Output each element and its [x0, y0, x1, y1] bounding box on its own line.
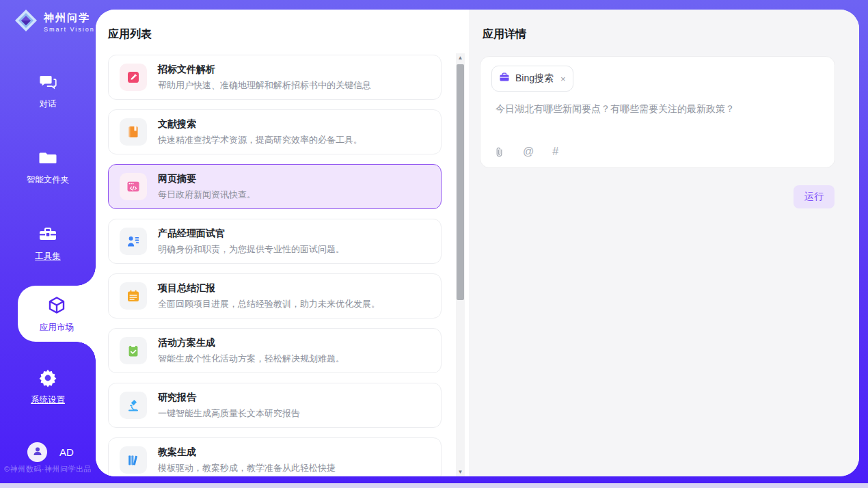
app-card-title: 项目总结汇报: [158, 282, 380, 295]
app-card[interactable]: 教案生成 模板驱动，教案秒成，教学准备从此轻松快捷: [108, 437, 442, 476]
app-list-title: 应用列表: [108, 27, 152, 42]
scrollbar-thumb[interactable]: [457, 64, 464, 300]
app-card-list: 招标文件解析 帮助用户快速、准确地理解和解析招标书中的关键信息 文献搜索 快速精…: [108, 55, 442, 476]
calendar-icon: [120, 282, 147, 310]
app-card-title: 活动方案生成: [158, 337, 344, 349]
gear-icon: [0, 368, 96, 390]
query-card: Bing搜索 × 今日湖北有哪些新闻要点？有哪些需要关注的最新政策？ @ #: [480, 56, 835, 168]
app-card[interactable]: 活动方案生成 智能生成个性化活动方案，轻松解决规划难题。: [108, 328, 442, 373]
app-detail-title: 应用详情: [483, 27, 526, 42]
browser-icon: [120, 173, 147, 200]
tool-chip-bing-search[interactable]: Bing搜索 ×: [491, 66, 573, 92]
tool-chip-label: Bing搜索: [515, 72, 554, 85]
app-card-description: 模板驱动，教案秒成，教学准备从此轻松快捷: [158, 462, 336, 474]
app-card-description: 帮助用户快速、准确地理解和解析招标书中的关键信息: [158, 79, 371, 92]
briefcase-icon: [499, 72, 510, 85]
copyright-footer: ©神州数码·神州问学出品: [0, 464, 96, 474]
sidebar: 神州问学 Smart Vision 对话 智能文件夹 工具集 应用市场 系统设置…: [0, 0, 96, 483]
brand-subtitle: Smart Vision: [44, 26, 95, 33]
run-button[interactable]: 运行: [794, 185, 835, 208]
app-card-description: 一键智能生成高质量长文本研究报告: [158, 407, 300, 420]
brand-logo: 神州问学 Smart Vision: [14, 8, 95, 36]
brand-name: 神州问学: [44, 12, 90, 23]
books-icon: [120, 446, 147, 474]
person-doc-icon: [120, 228, 147, 255]
sidebar-item-app-market[interactable]: 应用市场: [18, 286, 96, 342]
chip-close-icon[interactable]: ×: [560, 74, 566, 83]
bottom-strip: [0, 483, 868, 488]
user-account[interactable]: AD: [27, 442, 74, 462]
app-card-description: 快速精准查找学术资源，提高研究效率的必备工具。: [158, 134, 362, 146]
hash-icon[interactable]: #: [552, 146, 558, 158]
app-card-description: 智能生成个性化活动方案，轻松解决规划难题。: [158, 353, 344, 365]
chat-icon: [0, 72, 96, 94]
app-card-title: 文献搜索: [158, 118, 362, 131]
sidebar-item-system-settings[interactable]: 系统设置: [0, 368, 96, 406]
doc-edit-icon: [120, 64, 147, 91]
user-initials: AD: [59, 446, 74, 458]
clipboard-icon: [120, 337, 147, 364]
app-card[interactable]: 项目总结汇报 全面回顾项目进展，总结经验教训，助力未来优化发展。: [108, 273, 442, 318]
scroll-up-button[interactable]: ▲: [456, 53, 465, 62]
app-card-description: 明确身份和职责，为您提供专业性的面试问题。: [158, 243, 344, 256]
query-textarea[interactable]: 今日湖北有哪些新闻要点？有哪些需要关注的最新政策？: [496, 103, 821, 116]
scrollbar[interactable]: ▲ ▼: [456, 53, 465, 476]
at-icon[interactable]: @: [523, 146, 534, 158]
book-icon: [120, 118, 147, 146]
sidebar-item-smart-folders[interactable]: 智能文件夹: [0, 148, 96, 186]
diamond-logo-icon: [14, 8, 38, 36]
app-card-title: 教案生成: [158, 446, 336, 459]
sidebar-item-toolset[interactable]: 工具集: [0, 224, 96, 262]
avatar[interactable]: [27, 442, 47, 462]
app-detail-panel: 应用详情 Bing搜索 × 今日湖北有哪些新闻要点？有哪些需要关注的最新政策？ …: [469, 10, 859, 476]
paperclip-icon[interactable]: [494, 147, 504, 157]
person-icon: [32, 446, 43, 459]
app-card-title: 研究报告: [158, 392, 300, 404]
cube-icon: [18, 295, 96, 317]
app-card-description: 全面回顾项目进展，总结经验教训，助力未来优化发展。: [158, 298, 380, 310]
sidebar-item-chat[interactable]: 对话: [0, 72, 96, 110]
app-card-title: 招标文件解析: [158, 64, 371, 76]
scroll-down-button[interactable]: ▼: [456, 467, 465, 476]
app-list-panel: 应用列表 招标文件解析 帮助用户快速、准确地理解和解析招标书中的关键信息 文献搜…: [96, 10, 469, 476]
app-card[interactable]: 网页摘要 每日政府新闻资讯快查。: [108, 164, 442, 209]
main-panel: 应用列表 招标文件解析 帮助用户快速、准确地理解和解析招标书中的关键信息 文献搜…: [96, 10, 859, 476]
app-card[interactable]: 招标文件解析 帮助用户快速、准确地理解和解析招标书中的关键信息: [108, 55, 442, 100]
folder-icon: [0, 148, 96, 170]
app-card-description: 每日政府新闻资讯快查。: [158, 189, 256, 201]
app-card[interactable]: 产品经理面试官 明确身份和职责，为您提供专业性的面试问题。: [108, 219, 442, 264]
microscope-icon: [120, 392, 147, 419]
toolbox-icon: [0, 224, 96, 246]
app-card-title: 网页摘要: [158, 173, 256, 185]
attach-toolbar: @ #: [494, 146, 558, 158]
app-card[interactable]: 文献搜索 快速精准查找学术资源，提高研究效率的必备工具。: [108, 109, 442, 154]
app-card[interactable]: 研究报告 一键智能生成高质量长文本研究报告: [108, 383, 442, 428]
app-card-title: 产品经理面试官: [158, 228, 344, 240]
